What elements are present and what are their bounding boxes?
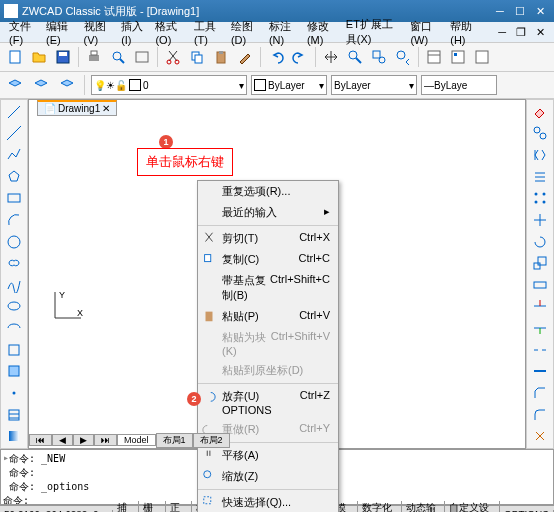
undo-button[interactable] xyxy=(265,46,287,68)
color-combo[interactable]: ByLayer ▾ xyxy=(251,75,327,95)
linetype-combo[interactable]: ByLayer ▾ xyxy=(331,75,417,95)
zoom-rt-button[interactable] xyxy=(344,46,366,68)
save-button[interactable] xyxy=(52,46,74,68)
hatch-button[interactable] xyxy=(4,405,24,425)
stretch-button[interactable] xyxy=(530,275,550,295)
lineweight-combo[interactable]: — ByLaye xyxy=(421,75,497,95)
ctx-copy[interactable]: 复制(C)Ctrl+C xyxy=(198,249,338,270)
print-button[interactable] xyxy=(83,46,105,68)
ctx-copybase[interactable]: 带基点复制(B)Ctrl+Shift+C xyxy=(198,270,338,306)
break-button[interactable] xyxy=(530,340,550,360)
move-button[interactable] xyxy=(530,210,550,230)
matchprop-button[interactable] xyxy=(234,46,256,68)
menu-tools[interactable]: 工具(T) xyxy=(189,17,226,48)
toolpalette-button[interactable] xyxy=(471,46,493,68)
maximize-button[interactable]: ☐ xyxy=(510,5,530,18)
layer-states-button[interactable] xyxy=(56,74,78,96)
array-button[interactable] xyxy=(530,189,550,209)
arc-button[interactable] xyxy=(4,210,24,230)
tab-close-icon[interactable]: ✕ xyxy=(102,103,110,114)
zoom-prev-button[interactable] xyxy=(392,46,414,68)
redo-button[interactable] xyxy=(289,46,311,68)
menu-modify[interactable]: 修改(M) xyxy=(302,17,341,48)
layer-prev-button[interactable] xyxy=(30,74,52,96)
publish-button[interactable] xyxy=(131,46,153,68)
cut-button[interactable] xyxy=(162,46,184,68)
spline-button[interactable] xyxy=(4,275,24,295)
menu-file[interactable]: 文件(F) xyxy=(4,17,41,48)
ortho-toggle[interactable]: 正交 xyxy=(166,501,192,512)
tab-model[interactable]: Model xyxy=(117,434,156,446)
tabnav-next[interactable]: ▶ xyxy=(73,434,94,446)
menu-view[interactable]: 视图(V) xyxy=(79,17,117,48)
zoom-window-button[interactable] xyxy=(368,46,390,68)
ellipse-button[interactable] xyxy=(4,297,24,317)
block-button[interactable] xyxy=(4,362,24,382)
extend-button[interactable] xyxy=(530,318,550,338)
tablet-toggle[interactable]: 数字化仪 xyxy=(358,501,402,512)
chamfer-button[interactable] xyxy=(530,383,550,403)
fillet-button[interactable] xyxy=(530,405,550,425)
tabnav-prev[interactable]: ◀ xyxy=(52,434,73,446)
doc-restore[interactable]: ❐ xyxy=(511,24,531,41)
revcloud-button[interactable] xyxy=(4,253,24,273)
new-button[interactable] xyxy=(4,46,26,68)
menu-window[interactable]: 窗口(W) xyxy=(405,17,445,48)
designcenter-button[interactable] xyxy=(447,46,469,68)
ctx-undo[interactable]: 放弃(U) OPTIONSCtrl+Z xyxy=(198,386,338,419)
layer-manager-button[interactable] xyxy=(4,74,26,96)
menu-help[interactable]: 帮助(H) xyxy=(445,17,483,48)
explode-button[interactable] xyxy=(530,426,550,446)
ctx-repeat[interactable]: 重复选项(R)... xyxy=(198,181,338,202)
mirror-button[interactable] xyxy=(530,145,550,165)
layer-combo[interactable]: 💡 ☀ 🔓 0 ▾ xyxy=(91,75,247,95)
menu-edit[interactable]: 编辑(E) xyxy=(41,17,79,48)
menu-dim[interactable]: 标注(N) xyxy=(264,17,302,48)
properties-button[interactable] xyxy=(423,46,445,68)
close-button[interactable]: ✕ xyxy=(530,5,550,18)
ctx-paste[interactable]: 粘贴(P)Ctrl+V xyxy=(198,306,338,327)
scale-button[interactable] xyxy=(530,253,550,273)
copyobj-button[interactable] xyxy=(530,124,550,144)
rectangle-button[interactable] xyxy=(4,189,24,209)
menu-draw[interactable]: 绘图(D) xyxy=(226,17,264,48)
ctx-recent[interactable]: 最近的输入▸ xyxy=(198,202,338,223)
polygon-button[interactable] xyxy=(4,167,24,187)
paste-button[interactable] xyxy=(210,46,232,68)
pan-button[interactable] xyxy=(320,46,342,68)
snap-toggle[interactable]: 捕捉 xyxy=(113,501,139,512)
open-button[interactable] xyxy=(28,46,50,68)
polyline-button[interactable] xyxy=(4,145,24,165)
menu-insert[interactable]: 插入(I) xyxy=(116,17,150,48)
ctx-zoom[interactable]: 缩放(Z) xyxy=(198,466,338,487)
rotate-button[interactable] xyxy=(530,232,550,252)
tabnav-last[interactable]: ⏭ xyxy=(94,434,117,446)
copy-button[interactable] xyxy=(186,46,208,68)
gradient-button[interactable] xyxy=(4,426,24,446)
line-button[interactable] xyxy=(4,102,24,122)
tab-layout1[interactable]: 布局1 xyxy=(156,433,193,448)
circle-button[interactable] xyxy=(4,232,24,252)
ctx-cut[interactable]: 剪切(T)Ctrl+X xyxy=(198,228,338,249)
insert-button[interactable] xyxy=(4,340,24,360)
point-button[interactable] xyxy=(4,383,24,403)
doc-close[interactable]: ✕ xyxy=(531,24,550,41)
doc-minimize[interactable]: ─ xyxy=(493,24,511,40)
ellipsearc-button[interactable] xyxy=(4,318,24,338)
erase-button[interactable] xyxy=(530,102,550,122)
trim-button[interactable] xyxy=(530,297,550,317)
minimize-button[interactable]: ─ xyxy=(490,5,510,17)
ctx-qselect[interactable]: 快速选择(Q)... xyxy=(198,492,338,512)
menu-format[interactable]: 格式(O) xyxy=(150,17,188,48)
grid-toggle[interactable]: 栅格 xyxy=(139,501,165,512)
drawing-tab[interactable]: 📄 Drawing1 ✕ xyxy=(37,100,117,116)
dyn-toggle[interactable]: 动态输入 xyxy=(402,501,446,512)
preview-button[interactable] xyxy=(107,46,129,68)
join-button[interactable] xyxy=(530,362,550,382)
xline-button[interactable] xyxy=(4,124,24,144)
drawing-canvas[interactable]: 📄 Drawing1 ✕ 1 单击鼠标右键 YX 重复选项(R)... 最近的输… xyxy=(28,99,526,449)
tab-layout2[interactable]: 布局2 xyxy=(193,433,230,448)
ctx-pan[interactable]: 平移(A) xyxy=(198,445,338,466)
menu-etools[interactable]: ET扩展工具(X) xyxy=(341,15,406,49)
tabnav-first[interactable]: ⏮ xyxy=(29,434,52,446)
